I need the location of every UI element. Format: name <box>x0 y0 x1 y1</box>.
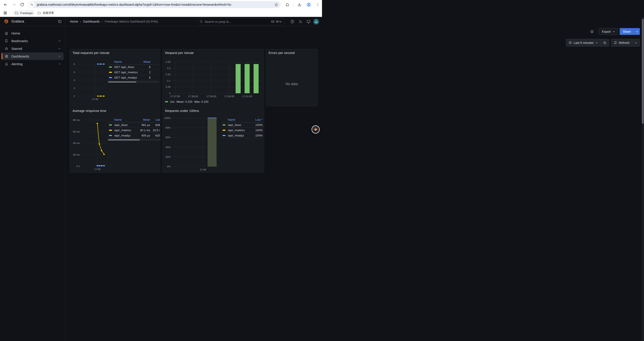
panel-title[interactable]: Average response time <box>72 109 106 113</box>
panel-title[interactable]: Requests under 100ms <box>165 109 199 113</box>
toolbar-divider <box>293 3 294 7</box>
folder-icon <box>37 11 41 15</box>
help-button[interactable] <box>289 19 296 25</box>
legend-scrollbar[interactable] <box>108 139 161 141</box>
legend-header-mean[interactable]: Mean <box>136 118 150 121</box>
chevron-down-icon[interactable] <box>58 47 61 50</box>
breadcrumb-dashboards[interactable]: Dashboards <box>83 20 100 23</box>
bookmarks-divider <box>10 11 10 15</box>
sidebar-item-alerting[interactable]: Alerting <box>1 60 64 68</box>
svg-text:17:40: 17:40 <box>200 168 206 171</box>
breadcrumb-chevron-icon: › <box>102 20 103 24</box>
legend-header-mean[interactable]: Mean <box>140 60 150 63</box>
panel-title[interactable]: Errors per second <box>268 51 294 55</box>
profile-icon <box>306 3 311 7</box>
series-color-pill <box>109 77 112 78</box>
svg-text:80%: 80% <box>166 126 170 129</box>
download-icon <box>297 3 302 7</box>
help-icon <box>290 20 294 24</box>
svg-text:17:39:00: 17:39:00 <box>206 95 216 98</box>
search-input[interactable]: Search or jump to... ⌘+k <box>197 18 284 25</box>
breadcrumb-home[interactable]: Home <box>70 20 78 23</box>
browser-menu-button[interactable] <box>314 1 322 8</box>
series-color-pill <box>109 135 112 136</box>
svg-text:3: 3 <box>74 87 75 90</box>
bookmark-page-star-icon[interactable] <box>274 3 278 7</box>
chevron-down-icon[interactable] <box>58 63 61 65</box>
bell-icon <box>1 62 12 66</box>
legend-header-name[interactable]: Name <box>228 118 250 121</box>
grafana-topnav: Grafana Home › Dashboards › Freeleaps Me… <box>0 17 322 26</box>
sidebar-item-home[interactable]: Home <box>1 30 64 37</box>
svg-text:20%: 20% <box>166 156 170 158</box>
site-settings-icon[interactable] <box>29 2 35 8</box>
downloads-button[interactable] <box>295 1 304 8</box>
keyboard-icon <box>271 20 275 24</box>
back-button[interactable] <box>1 1 10 8</box>
forward-button[interactable] <box>10 1 18 8</box>
legend-row[interactable]: /api/_/metrics 100% <box>221 128 262 133</box>
panel-title[interactable]: Total requests per minute <box>72 51 110 55</box>
apps-grid-icon <box>3 11 7 15</box>
display-button[interactable] <box>305 19 312 25</box>
panel-title[interactable]: Request per minute <box>165 51 194 55</box>
series-color-pill <box>222 124 226 126</box>
search-shortcut: ⌘+k <box>271 20 282 24</box>
series-color-pill <box>165 101 168 102</box>
sidebar-item-dashboards[interactable]: Dashboards <box>1 53 64 60</box>
bookmark-folder-blogs[interactable]: 收藏博客 <box>35 10 56 16</box>
legend-header-name[interactable]: Name <box>114 118 136 121</box>
chevron-down-icon[interactable] <box>58 40 61 42</box>
url-bar[interactable]: grafana.mathmast.com/d/deytv4rwavabkb/fr… <box>28 1 280 8</box>
panel-average-response-time[interactable]: Average response time 80 ms60 ms40 ms20 … <box>70 107 160 171</box>
panel-total-requests[interactable]: Total requests per minute 6543217:40 Nam… <box>70 49 160 106</box>
legend-row[interactable]: GET /api/_/readyz 6 <box>108 75 159 80</box>
svg-text:0%: 0% <box>167 165 170 168</box>
brand-label[interactable]: Grafana <box>12 20 58 24</box>
panel-request-per-minute[interactable]: Request per minute 0.250.20.150.10.05017… <box>162 49 264 106</box>
series-color-pill <box>222 135 226 136</box>
legend-inline[interactable]: 2xx Mean: 0.233 Max: 0.233 <box>165 100 208 103</box>
extensions-button[interactable] <box>283 1 292 8</box>
sidebar-item-starred[interactable]: Starred <box>1 45 64 52</box>
legend-table: Name Mean Las /api/_/livez 661 µs 646 /a… <box>108 117 161 141</box>
reload-button[interactable] <box>18 1 26 8</box>
brand-zone: Grafana <box>0 17 65 26</box>
sidebar-item-label: Starred <box>12 47 58 51</box>
dock-sidebar-button[interactable] <box>58 20 62 24</box>
legend-header-last[interactable]: Last * <box>250 118 262 121</box>
user-avatar[interactable] <box>313 19 319 25</box>
rss-icon <box>298 20 302 24</box>
panel-errors-per-second[interactable]: Errors per second No data <box>266 49 318 106</box>
news-button[interactable] <box>297 19 304 25</box>
legend-header-name[interactable]: Name <box>114 60 140 63</box>
legend-row[interactable]: /api/_/metrics 40.1 ms 20.5 r <box>108 128 161 133</box>
floating-assistant-avatar[interactable] <box>312 125 320 134</box>
legend-scrollbar[interactable] <box>108 81 159 83</box>
apps-grid-button[interactable] <box>2 10 9 16</box>
legend-row[interactable]: GET /api/_/metrics 2 <box>108 70 159 75</box>
bookmarks-bar: Freeleaps 收藏博客 <box>0 9 322 17</box>
panel-requests-under-100ms[interactable]: Requests under 100ms 100%80%60%40%20%0%1… <box>162 107 264 171</box>
legend-row[interactable]: GET /api/_/livez 6 <box>108 65 159 70</box>
request-per-minute-chart: 0.250.20.150.10.05017:37:0017:38:0017:39… <box>164 59 262 99</box>
sidebar-item-bookmarks[interactable]: Bookmarks <box>1 37 64 45</box>
url-text[interactable]: grafana.mathmast.com/d/deytv4rwavabkb/fr… <box>37 3 272 6</box>
legend-header-last[interactable]: Las <box>150 118 161 121</box>
bookmark-folder-label: Freeleaps <box>20 12 33 15</box>
active-accent-bar <box>2 53 2 59</box>
folder-icon <box>15 11 18 15</box>
legend-row[interactable]: /api/_/readyz 100% <box>221 133 262 138</box>
legend-row[interactable]: /api/_/livez 100% <box>221 122 262 128</box>
legend-row[interactable]: /api/_/readyz 605 µs 620 <box>108 133 161 138</box>
chevron-down-icon[interactable] <box>58 55 61 58</box>
home-icon <box>1 31 12 35</box>
sidebar-item-label: Dashboards <box>12 55 58 58</box>
bookmark-folder-freeleaps[interactable]: Freeleaps <box>12 10 35 16</box>
legend-row[interactable]: /api/_/livez 661 µs 646 <box>108 122 161 128</box>
svg-text:60%: 60% <box>166 136 170 139</box>
svg-text:60 ms: 60 ms <box>73 130 80 133</box>
dashboards-grid-icon <box>1 55 12 58</box>
profile-button[interactable] <box>304 1 313 8</box>
sidebar-item-label: Home <box>12 31 64 35</box>
